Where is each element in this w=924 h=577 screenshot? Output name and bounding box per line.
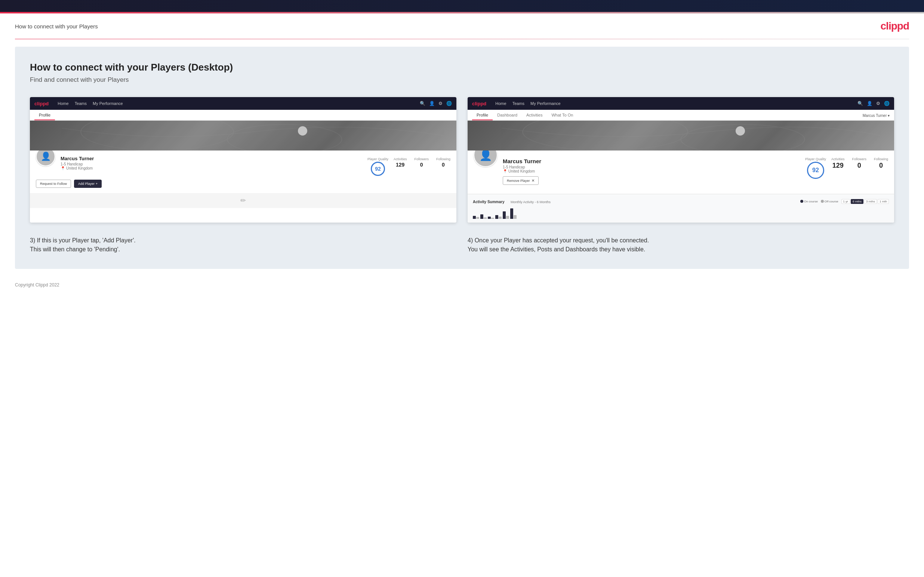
player-name-1: Marcus Turner [61, 156, 362, 161]
offcourse-dot [821, 200, 824, 203]
mock-profile-1: 👤 Marcus Turner 1-5 Handicap 📍 United Ki… [30, 150, 456, 193]
bar-offcourse-3 [491, 218, 494, 219]
period-1mth[interactable]: 1 mth [878, 199, 889, 204]
copyright-text: Copyright Clippd 2022 [15, 282, 60, 288]
profile-top-1: 👤 Marcus Turner 1-5 Handicap 📍 United Ki… [36, 154, 451, 176]
activity-period: Monthly Activity - 6 Months [510, 200, 551, 204]
stat-followers-1: Followers 0 [414, 157, 429, 168]
bar-group-6 [510, 208, 517, 219]
nav-home-1[interactable]: Home [58, 101, 68, 106]
quality-circle-2: 92 [807, 162, 824, 179]
profile-top-2: 👤 Marcus Turner 1-5 Handicap 📍 United Ki… [473, 154, 888, 185]
mock-nav-2: clippd Home Teams My Performance 🔍 👤 ⚙ 🌐 [468, 97, 894, 110]
main-title: How to connect with your Players (Deskto… [30, 61, 894, 73]
request-follow-button[interactable]: Request to Follow [36, 180, 71, 188]
stat-followers-2: Followers 0 [852, 157, 866, 169]
mock-hero-1 [30, 121, 456, 150]
period-3mths[interactable]: 3 mths [864, 199, 877, 204]
mock-nav-1: clippd Home Teams My Performance 🔍 👤 ⚙ 🌐 [30, 97, 456, 110]
bar-group-3 [488, 217, 494, 219]
bar-offcourse-4 [499, 217, 502, 219]
globe-icon-1[interactable]: 🌐 [446, 101, 452, 106]
tab-user-right[interactable]: Marcus Turner ▾ [863, 110, 890, 120]
description-text-1: 3) If this is your Player tap, 'Add Play… [30, 236, 456, 254]
profile-info-2: Marcus Turner 1-5 Handicap 📍 United King… [503, 154, 800, 185]
player-quality-2: Player Quality 92 [805, 154, 826, 179]
quality-label-2: Player Quality [805, 157, 826, 161]
stat-activities-2: Activities 129 [831, 157, 845, 169]
globe-icon-2[interactable]: 🌐 [884, 101, 890, 106]
profile-info-1: Marcus Turner 1-5 Handicap 📍 United King… [61, 154, 362, 170]
bar-oncourse-2 [480, 214, 483, 219]
page-footer: Copyright Clippd 2022 [0, 276, 924, 293]
bar-group-2 [480, 214, 487, 219]
settings-icon-1[interactable]: ⚙ [438, 101, 443, 106]
actions-1: Request to Follow Add Player + [36, 180, 451, 188]
bar-oncourse-4 [495, 215, 498, 219]
offcourse-label: Off course [825, 200, 838, 203]
mock-logo-1: clippd [34, 101, 48, 106]
stat-following-2: Following 0 [874, 157, 888, 169]
tab-activities-2[interactable]: Activities [522, 110, 547, 120]
svg-point-3 [681, 124, 805, 150]
activity-header: Activity Summary Monthly Activity - 6 Mo… [473, 198, 889, 205]
nav-performance-1[interactable]: My Performance [93, 101, 123, 106]
tab-dashboard-2[interactable]: Dashboard [493, 110, 522, 120]
player-name-2: Marcus Turner [503, 158, 800, 164]
tab-profile-1[interactable]: Profile [34, 110, 55, 120]
user-icon-2[interactable]: 👤 [867, 101, 872, 106]
activity-summary: Activity Summary Monthly Activity - 6 Mo… [468, 194, 894, 222]
bar-offcourse-2 [484, 218, 487, 219]
oncourse-label: On course [804, 200, 818, 203]
tool-area-1: ✏ [30, 193, 456, 208]
bar-offcourse-1 [476, 217, 479, 219]
tab-what-to-on-2[interactable]: What To On [547, 110, 577, 120]
activity-controls: On course Off course 1 yr 6 mths 3 mths … [800, 199, 889, 204]
page-header-title: How to connect with your Players [15, 23, 98, 29]
description-row: 3) If this is your Player tap, 'Add Play… [30, 236, 894, 254]
nav-home-2[interactable]: Home [495, 101, 506, 106]
bar-group-1 [473, 216, 479, 219]
period-1yr[interactable]: 1 yr [842, 199, 850, 204]
nav-performance-2[interactable]: My Performance [530, 101, 561, 106]
svg-point-1 [227, 124, 342, 150]
mock-profile-2: 👤 Marcus Turner 1-5 Handicap 📍 United Ki… [468, 150, 894, 194]
user-icon-1[interactable]: 👤 [429, 101, 435, 106]
screenshots-row: clippd Home Teams My Performance 🔍 👤 ⚙ 🌐… [30, 97, 894, 222]
search-icon-1[interactable]: 🔍 [420, 101, 425, 106]
main-content: How to connect with your Players (Deskto… [15, 47, 909, 269]
bar-oncourse-3 [488, 217, 491, 219]
location-icon-1: 📍 [61, 166, 65, 170]
nav-right-2: 🔍 👤 ⚙ 🌐 [858, 101, 890, 106]
screenshot-add-player: clippd Home Teams My Performance 🔍 👤 ⚙ 🌐… [30, 97, 456, 222]
description-text-2: 4) Once your Player has accepted your re… [468, 236, 894, 254]
header-divider [15, 39, 909, 39]
settings-icon-2[interactable]: ⚙ [876, 101, 880, 106]
stat-activities-1: Activities 129 [394, 157, 407, 168]
activity-header-left: Activity Summary Monthly Activity - 6 Mo… [473, 198, 551, 205]
tab-profile-2[interactable]: Profile [472, 110, 493, 120]
remove-player-button[interactable]: Remove Player ✕ [503, 176, 539, 185]
tool-icon: ✏ [240, 197, 246, 205]
mock-tabs-2: Profile Dashboard Activities What To On … [468, 110, 894, 121]
plus-icon: + [96, 182, 98, 185]
bar-oncourse-1 [473, 216, 476, 219]
player-quality-1: Player Quality 92 [367, 154, 388, 176]
avatar-icon-1: 👤 [41, 152, 51, 161]
mock-tabs-1: Profile [30, 110, 456, 121]
description-box-2: 4) Once your Player has accepted your re… [468, 236, 894, 254]
bar-group-4 [495, 215, 502, 219]
search-icon-2[interactable]: 🔍 [858, 101, 863, 106]
period-6mths[interactable]: 6 mths [851, 199, 863, 204]
bar-group-5 [503, 211, 509, 219]
x-icon: ✕ [531, 179, 535, 183]
main-subtitle: Find and connect with your Players [30, 76, 894, 84]
nav-teams-2[interactable]: Teams [512, 101, 524, 106]
stats-1: Activities 129 Followers 0 Following 0 [394, 154, 451, 168]
mock-logo-2: clippd [472, 101, 486, 106]
nav-teams-1[interactable]: Teams [75, 101, 87, 106]
add-player-button[interactable]: Add Player + [74, 180, 102, 188]
location-icon-2: 📍 [503, 169, 507, 173]
player-handicap-1: 1-5 Handicap [61, 162, 362, 166]
quality-label-1: Player Quality [367, 157, 388, 161]
